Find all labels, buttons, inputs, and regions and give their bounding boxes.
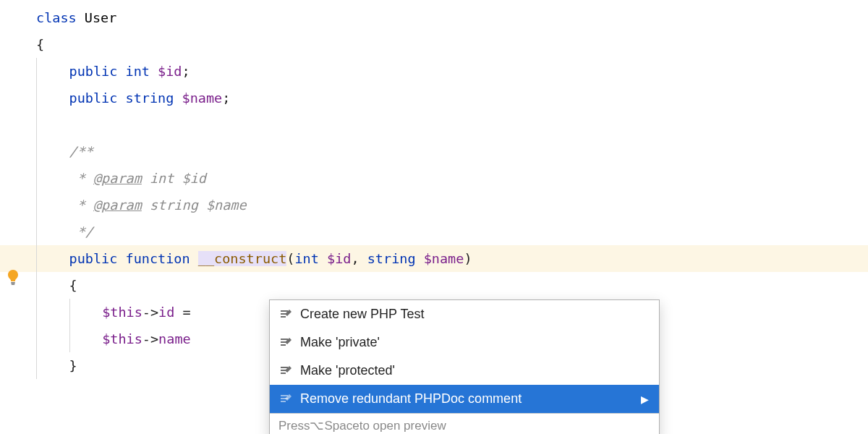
doc-close: */: [69, 224, 93, 239]
intention-item-make-protected[interactable]: Make 'protected': [270, 357, 659, 385]
intention-label: Make 'private': [300, 335, 380, 350]
code-line-highlighted[interactable]: public function __construct(int $id, str…: [0, 245, 868, 272]
intention-label: Create new PHP Test: [300, 307, 424, 322]
svg-rect-1: [12, 284, 15, 285]
var-name: $name: [182, 90, 223, 106]
keyword-class: class: [36, 10, 77, 25]
intention-icon: [278, 307, 293, 322]
code-line[interactable]: public int $id;: [0, 58, 868, 85]
type-string: string: [126, 90, 174, 106]
var-id: $id: [158, 64, 182, 79]
doc-tag: @param: [93, 197, 142, 213]
keyword-public: public: [69, 64, 118, 79]
code-line[interactable]: /**: [0, 138, 868, 165]
footer-text-prefix: Press: [278, 419, 310, 433]
keyword-public: public: [69, 251, 118, 266]
code-line[interactable]: * @param string $name: [0, 192, 868, 218]
code-line[interactable]: {: [0, 272, 868, 299]
class-name: User: [85, 10, 117, 25]
chevron-right-icon: ▶: [641, 393, 649, 405]
intention-item-create-test[interactable]: Create new PHP Test: [270, 300, 659, 328]
keyword-public: public: [69, 90, 118, 106]
intention-icon: [278, 392, 293, 407]
type-int: int: [126, 64, 150, 79]
intention-footer: Press ⌥Space to open preview: [270, 413, 659, 434]
footer-text-suffix: to open preview: [359, 419, 446, 433]
brace: {: [36, 37, 44, 52]
code-line[interactable]: class User: [0, 4, 868, 31]
method-construct: __construct: [198, 251, 287, 266]
intention-popup: Create new PHP Test Make 'private' Make …: [269, 299, 660, 434]
intention-label: Remove redundant PHPDoc comment: [300, 391, 522, 407]
code-line[interactable]: */: [0, 218, 868, 245]
gutter: [0, 0, 29, 379]
doc-tag: @param: [93, 171, 142, 186]
doc-open: /**: [69, 144, 93, 159]
intention-icon: [278, 364, 293, 378]
intention-bulb-icon[interactable]: [4, 268, 22, 286]
code-line[interactable]: [0, 111, 868, 138]
this-ref: $this: [102, 305, 142, 320]
intention-icon: [278, 336, 293, 350]
intention-label: Make 'protected': [300, 363, 395, 378]
keyword-function: function: [126, 251, 190, 266]
footer-shortcut: ⌥Space: [310, 418, 359, 433]
intention-item-remove-phpdoc[interactable]: Remove redundant PHPDoc comment ▶: [270, 385, 659, 413]
prop-id: id: [158, 305, 174, 320]
code-line[interactable]: public string $name;: [0, 85, 868, 111]
intention-item-make-private[interactable]: Make 'private': [270, 328, 659, 357]
svg-rect-0: [11, 282, 15, 284]
this-ref: $this: [102, 331, 142, 346]
code-line[interactable]: * @param int $id: [0, 165, 868, 192]
code-line[interactable]: {: [0, 31, 868, 58]
prop-name: name: [158, 331, 191, 346]
